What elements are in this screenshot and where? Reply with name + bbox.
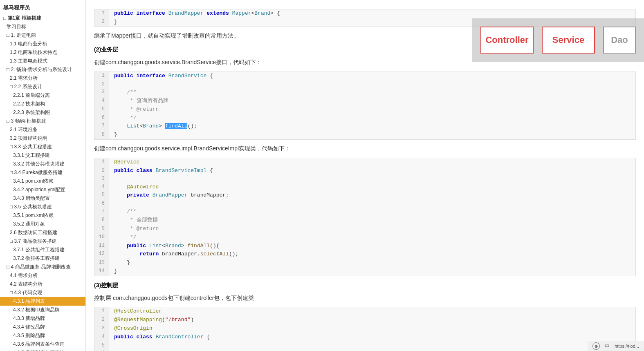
code-line: 1 public interface BrandMapper extends M… <box>94 9 635 18</box>
code-line: 3 @CrossOrigin <box>94 324 635 333</box>
service-box: Service <box>542 27 595 54</box>
sidebar-item-s1-2[interactable]: 1.2 电商系统技术特点 <box>0 48 85 57</box>
sidebar-item-s3-1[interactable]: 3.1 环境准备 <box>0 125 85 134</box>
code-line: 5 private BrandMapper brandMapper; <box>94 191 635 200</box>
sidebar-item-s1-3[interactable]: 1.3 主要电商模式 <box>0 57 85 65</box>
sidebar-item-s4-1[interactable]: 4.1 需求分析 <box>0 271 85 280</box>
sidebar-item-s2-2-3[interactable]: 2.2.3 系统架构图 <box>0 108 85 117</box>
status-url: https://tiod... <box>615 344 639 349</box>
text3: 创建com.changgou.goods.service.impl.BrandS… <box>94 144 636 154</box>
code-line: 13 } <box>94 259 635 267</box>
sidebar-item-s3-2[interactable]: 3.2 项目结构说明 <box>0 134 85 143</box>
code-line: 10 */ <box>94 233 635 242</box>
code-line: 7 /** <box>94 208 635 216</box>
sidebar-item-s3-3[interactable]: □ 3.3 公共工程搭建 <box>0 143 85 151</box>
sidebar-item-s4-3-4[interactable]: 4.3.4 修改品牌 <box>0 323 85 331</box>
code-line: 4 @Autowired <box>94 183 635 192</box>
code-line: 9 * @return <box>94 225 635 233</box>
code-line: 7 List<Brand> findAll(); <box>94 122 635 131</box>
code-line: 14 } <box>94 267 635 276</box>
code-line: 2 <box>94 80 635 88</box>
sidebar-item-s4-3-3[interactable]: 4.3.3 新增品牌 <box>0 314 85 323</box>
sidebar-item-s4-3-7[interactable]: 4.3.7 品牌列表分页查询 <box>0 349 85 351</box>
sidebar-item-s3-7-2[interactable]: 3.7.2 微服务工程搭建 <box>0 254 85 263</box>
sidebar-item-s4-3[interactable]: □ 4.3 代码实现 <box>0 288 85 297</box>
sidebar-item-s2-1[interactable]: 2.1 需求分析 <box>0 74 85 83</box>
sidebar-item-s3-7-1[interactable]: 3.7.1 公共组件工程搭建 <box>0 246 85 254</box>
sidebar-item-s2[interactable]: □ 2. 畅购-需求分析与系统设计 <box>0 65 85 74</box>
statusbar: ⊕ 中 https://tiod... <box>588 341 644 351</box>
sidebar-item-s4-3-6[interactable]: 4.3.6 品牌列表条件查询 <box>0 340 85 349</box>
sidebar-item-s3-4-1[interactable]: 3.4.1 pom.xml依赖 <box>0 177 85 186</box>
sidebar-title: 黑马程序员 <box>0 2 85 14</box>
float-diagram: Controller Service Dao <box>472 18 644 62</box>
code-line: 1 public interface BrandService { <box>94 72 635 80</box>
code-line: 3 <box>94 175 635 183</box>
code-line: 2 @RequestMapping("/brand") <box>94 316 635 324</box>
sidebar-item-s3-7[interactable]: □ 3.7 商品微服务搭建 <box>0 237 85 246</box>
sidebar-item-s2-2-2[interactable]: 2.2.2 技术架构 <box>0 100 85 108</box>
sidebar-item-goal[interactable]: 学习目标 <box>0 22 85 31</box>
sidebar-item-s2-2[interactable]: □ 2.2 系统设计 <box>0 83 85 91</box>
sidebar-item-s4[interactable]: □ 4 商品微服务-品牌增删改查 <box>0 263 85 271</box>
sidebar-item-s3[interactable]: □ 3 畅购-框架搭建 <box>0 117 85 125</box>
brandserviceimpl-code-block: 1 @Service 2 public class BrandServiceIm… <box>94 158 636 276</box>
sidebar: 黑马程序员 □ 第1章 框架搭建学习目标□ 1. 走进电商1.1 电商行业分析1… <box>0 0 86 351</box>
brandcontroller-code-block: 1 @RestController 2 @RequestMapping("/br… <box>94 307 636 351</box>
sidebar-item-s3-5[interactable]: □ 3.5 公共模块搭建 <box>0 203 85 211</box>
sidebar-item-s4-3-5[interactable]: 4.3.5 删除品牌 <box>0 331 85 340</box>
controller-label: Controller <box>485 35 528 45</box>
code-line: 5 * @return <box>94 105 635 114</box>
sidebar-item-ch1[interactable]: □ 第1章 框架搭建 <box>0 14 85 22</box>
code-line: 4 * 查询所有品牌 <box>94 97 635 105</box>
code-line: 6 @Autowired <box>94 349 635 351</box>
code-line: 8 * 全部数据 <box>94 216 635 225</box>
sidebar-item-s1-1[interactable]: 1.1 电商行业分析 <box>0 40 85 48</box>
code-line: 1 @RestController <box>94 307 635 316</box>
sidebar-item-s3-3-2[interactable]: 3.3.2 其他公共模块搭建 <box>0 160 85 168</box>
code-line: 6 <box>94 200 635 208</box>
code-line: 6 */ <box>94 114 635 123</box>
sidebar-item-s3-4-2[interactable]: 3.4.2 appliation.yml配置 <box>0 186 85 194</box>
sidebar-item-s3-5-2[interactable]: 3.5.2 通用对象 <box>0 220 85 228</box>
code-line: 1 @Service <box>94 158 635 167</box>
dao-box: Dao <box>603 27 636 54</box>
sidebar-item-s3-6[interactable]: 3.6 数据访问工程搭建 <box>0 228 85 237</box>
sidebar-item-s3-5-1[interactable]: 3.5.1 pom.xml依赖 <box>0 211 85 220</box>
heading3: (3)控制层 <box>94 282 636 289</box>
dao-label: Dao <box>611 35 628 45</box>
sidebar-tree: □ 第1章 框架搭建学习目标□ 1. 走进电商1.1 电商行业分析1.2 电商系… <box>0 14 85 351</box>
sidebar-item-s1[interactable]: □ 1. 走进电商 <box>0 31 85 40</box>
brandservice-code-block: 1 public interface BrandService { 2 3 /*… <box>94 72 636 140</box>
refresh-icon[interactable]: ⊕ <box>592 342 600 350</box>
code-line: 2 public class BrandServiceImpl { <box>94 167 635 175</box>
code-line: 8 } <box>94 131 635 139</box>
sidebar-item-s4-2[interactable]: 4.2 表结构分析 <box>0 280 85 288</box>
lang-indicator[interactable]: 中 <box>605 343 610 350</box>
code-line: 5 <box>94 342 635 349</box>
code-line: 4 public class BrandController { <box>94 333 635 342</box>
sidebar-item-s4-3-1[interactable]: 4.3.1 品牌列表 <box>0 297 85 306</box>
code-line: 12 return brandMapper.selectAll(); <box>94 250 635 259</box>
text4: 控制层 com.changgou.goods包下创建controller包，包下… <box>94 293 636 303</box>
sidebar-item-s3-4[interactable]: □ 3.4 Eureka微服务搭建 <box>0 168 85 177</box>
controller-box: Controller <box>480 27 534 54</box>
sidebar-item-s2-2-1[interactable]: 2.2.1 前后端分离 <box>0 91 85 100</box>
sidebar-item-s3-3-1[interactable]: 3.3.1 父工程搭建 <box>0 151 85 160</box>
code-line: 11 public List<Brand> findAll(){ <box>94 242 635 250</box>
sidebar-item-s4-3-2[interactable]: 4.3.2 根据ID查询品牌 <box>0 306 85 314</box>
service-label: Service <box>552 35 584 45</box>
sidebar-item-s3-4-3[interactable]: 3.4.3 启动类配置 <box>0 194 85 203</box>
code-line: 3 /** <box>94 88 635 97</box>
